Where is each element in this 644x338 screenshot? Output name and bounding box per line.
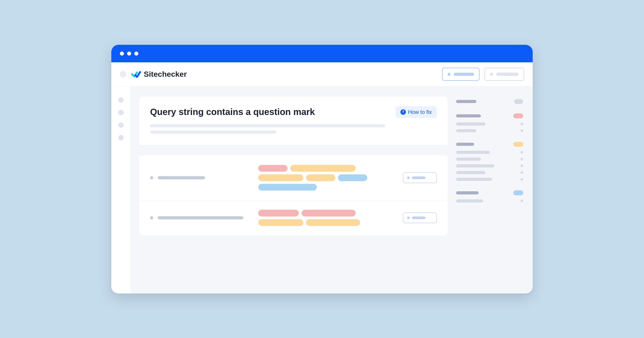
help-icon: ?: [400, 109, 406, 115]
card-header: Query string contains a question mark ? …: [139, 97, 448, 145]
checkmark-icon: [131, 70, 141, 78]
panel-item[interactable]: [456, 158, 523, 161]
panel-section: [456, 113, 523, 132]
issue-card: Query string contains a question mark ? …: [139, 97, 448, 235]
how-to-fix-button[interactable]: ? How to fix: [396, 106, 437, 118]
panel-item[interactable]: [456, 122, 523, 126]
app-header: Sitechecker: [111, 62, 533, 86]
tag: [306, 174, 335, 181]
tags-column: [258, 165, 396, 191]
menu-toggle[interactable]: [120, 71, 126, 77]
sidebar: [111, 86, 131, 294]
how-to-fix-label: How to fix: [408, 109, 432, 115]
app-body: Query string contains a question mark ? …: [111, 86, 533, 294]
brand-name: Sitechecker: [144, 70, 187, 79]
tag: [258, 219, 303, 226]
header-button-primary[interactable]: [442, 68, 480, 81]
panel-section: [456, 99, 523, 104]
issue-row: [139, 155, 448, 200]
header-button-secondary[interactable]: [484, 68, 524, 81]
url-column: [150, 176, 252, 179]
tag: [302, 210, 356, 216]
url-column: [150, 216, 252, 219]
description-placeholder: [150, 131, 276, 134]
panel-item[interactable]: [456, 199, 523, 202]
tag: [290, 165, 356, 172]
panel-section: [456, 190, 523, 202]
panel-item[interactable]: [456, 151, 523, 154]
tag: [258, 210, 299, 216]
window-control-close[interactable]: [120, 51, 124, 56]
window-control-minimize[interactable]: [127, 51, 131, 56]
panel-item[interactable]: [456, 129, 523, 132]
row-action-button[interactable]: [403, 212, 437, 223]
tag: [258, 165, 288, 172]
issue-row: [139, 200, 448, 235]
sidebar-item[interactable]: [118, 110, 124, 115]
titlebar: [111, 45, 533, 62]
app-window: Sitechecker Query string contains a ques…: [111, 45, 533, 294]
brand-logo[interactable]: Sitechecker: [131, 70, 187, 79]
page-title: Query string contains a question mark: [150, 107, 315, 117]
tag: [258, 184, 317, 191]
main-content: Query string contains a question mark ? …: [131, 86, 456, 294]
description-placeholder: [150, 124, 385, 127]
sidebar-item[interactable]: [118, 122, 124, 128]
sidebar-item[interactable]: [118, 135, 124, 141]
panel-item[interactable]: [456, 171, 523, 174]
tag: [258, 174, 303, 181]
right-panel: [456, 86, 533, 294]
tag: [306, 219, 360, 226]
window-control-maximize[interactable]: [134, 51, 138, 56]
table-header: [139, 145, 448, 155]
tag: [338, 174, 367, 181]
panel-section: [456, 142, 523, 181]
sidebar-item[interactable]: [118, 97, 124, 103]
panel-item[interactable]: [456, 164, 523, 168]
panel-item[interactable]: [456, 178, 523, 181]
row-action-button[interactable]: [403, 172, 437, 183]
tags-column: [258, 210, 396, 226]
